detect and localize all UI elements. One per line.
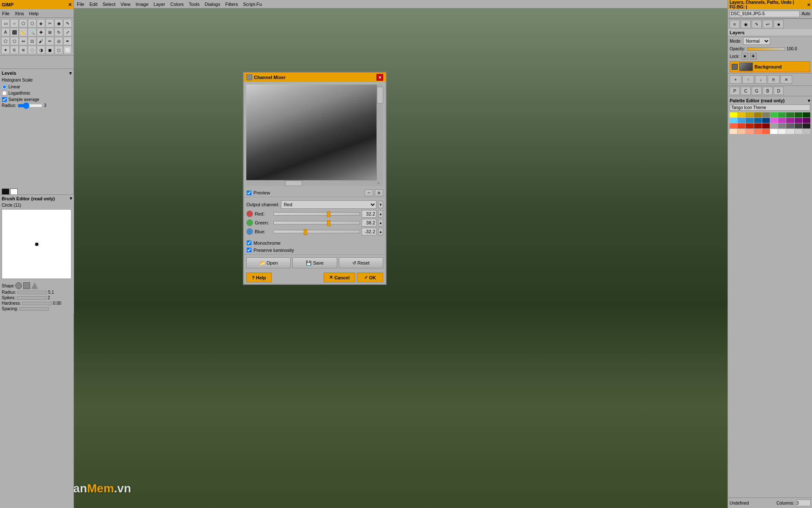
right-close-icon[interactable]: ✕	[807, 3, 810, 7]
palette-color-cell[interactable]	[778, 123, 786, 128]
tab-layers[interactable]: ≡	[730, 20, 740, 28]
palette-color-cell[interactable]	[762, 112, 770, 117]
palette-color-cell[interactable]	[738, 112, 745, 117]
palette-color-cell[interactable]	[778, 112, 786, 117]
reset-button[interactable]: ↺ Reset	[339, 257, 383, 268]
palette-color-cell[interactable]	[754, 129, 762, 134]
dialog-title-bar[interactable]: Channel Mixer ✕	[244, 73, 386, 82]
menu-filters[interactable]: Filters	[224, 1, 239, 7]
radius-slider[interactable]	[17, 104, 43, 107]
palette-color-cell[interactable]	[770, 118, 778, 123]
tool-move[interactable]: ✚	[37, 28, 45, 36]
tool-foreground-select[interactable]: ◉	[54, 19, 63, 27]
preview-zoom-in[interactable]: +	[375, 189, 383, 196]
preview-scrollbar-vertical[interactable]	[376, 85, 383, 180]
palette-color-cell[interactable]	[762, 123, 770, 128]
preview-zoom-out[interactable]: −	[365, 189, 373, 196]
blue-increment-icon[interactable]: ▲	[378, 228, 383, 235]
palette-color-cell[interactable]	[786, 123, 794, 128]
tool-paintbrush[interactable]: 🖌	[37, 37, 45, 45]
menu-image[interactable]: Image	[134, 1, 150, 7]
palette-color-cell[interactable]	[786, 112, 794, 117]
mode-select[interactable]: Normal Dissolve Multiply Screen	[743, 37, 770, 45]
tool-pencil[interactable]: ✏	[46, 37, 54, 45]
lock-alpha-icon[interactable]: ■	[741, 53, 748, 60]
green-value[interactable]: 38.2	[362, 219, 376, 227]
tool-ellipse-select[interactable]: ○	[10, 19, 19, 27]
tool-blend[interactable]: ◻	[54, 46, 63, 54]
columns-input[interactable]	[796, 500, 811, 506]
lock-position-icon[interactable]: ✚	[750, 53, 757, 60]
layer-item-background[interactable]: Background	[730, 61, 810, 72]
red-slider[interactable]	[273, 212, 360, 216]
spacing-slider[interactable]	[19, 307, 49, 311]
palette-color-cell[interactable]	[730, 112, 737, 117]
palette-color-cell[interactable]	[746, 112, 753, 117]
menu-colors[interactable]: Colors	[169, 1, 185, 7]
menu-layer[interactable]: Layer	[153, 1, 167, 7]
output-channel-arrow[interactable]: ▼	[378, 201, 383, 208]
tool-smudge[interactable]: ≋	[19, 46, 27, 54]
tool-measure[interactable]: 📐	[19, 28, 27, 36]
palette-tab1[interactable]: P	[730, 87, 740, 95]
palette-color-cell[interactable]	[803, 118, 810, 123]
tool-blur[interactable]: ◌	[28, 46, 36, 54]
tool-rect-select[interactable]: ▭	[1, 19, 10, 27]
palette-color-cell[interactable]	[738, 129, 745, 134]
dialog-close-button[interactable]: ✕	[376, 74, 383, 81]
menu-left-file[interactable]: File	[1, 11, 11, 16]
palette-color-cell[interactable]	[803, 129, 810, 134]
levels-expand-icon[interactable]: ▾	[69, 71, 72, 76]
menu-tools[interactable]: Tools	[188, 1, 201, 7]
tab-channels[interactable]: ◉	[741, 20, 751, 28]
menu-left-xtns[interactable]: Xtns	[14, 11, 25, 16]
blue-slider[interactable]	[273, 230, 360, 233]
tool-perspective[interactable]: ⬡	[10, 37, 19, 45]
green-increment-icon[interactable]: ▲	[378, 219, 383, 227]
menu-edit[interactable]: Edit	[88, 1, 99, 7]
tool-fill[interactable]: ◼	[46, 46, 54, 54]
layer-duplicate-icon[interactable]: ⎘	[768, 75, 779, 84]
tool-ink[interactable]: ✒	[63, 37, 72, 45]
tool-crop[interactable]: ⊡	[28, 37, 36, 45]
close-icon[interactable]: ✕	[68, 2, 72, 8]
palette-color-cell[interactable]	[795, 129, 802, 134]
output-channel-select[interactable]: Red Green Blue	[281, 200, 376, 209]
palette-color-cell[interactable]	[762, 118, 770, 123]
monochrome-checkbox[interactable]	[247, 240, 252, 246]
tool-scissors[interactable]: ✂	[46, 19, 54, 27]
tool-fuzzy-select[interactable]: ⬡	[28, 19, 36, 27]
palette-color-cell[interactable]	[746, 129, 753, 134]
palette-color-cell[interactable]	[738, 118, 745, 123]
cancel-button[interactable]: ✕ Cancel	[324, 273, 355, 282]
blue-value[interactable]: -32.2	[362, 228, 376, 235]
palette-color-cell[interactable]	[754, 123, 762, 128]
tab-undo[interactable]: ↩	[763, 20, 773, 28]
tab-paths[interactable]: ✎	[752, 20, 762, 28]
preview-scrollbar-horizontal[interactable]	[246, 180, 376, 186]
layer-lower-icon[interactable]: ↓	[755, 75, 767, 84]
shape-diamond[interactable]	[31, 282, 38, 289]
logarithmic-radio[interactable]	[2, 91, 7, 96]
save-button[interactable]: 💾 Save	[292, 257, 337, 268]
menu-dialogs[interactable]: Dialogs	[204, 1, 222, 7]
tool-text[interactable]: A	[1, 28, 10, 36]
brush-expand-icon[interactable]: ▾	[70, 196, 72, 201]
palette-color-cell[interactable]	[730, 129, 737, 134]
hardness-slider[interactable]	[22, 302, 52, 305]
palette-expand-icon[interactable]: ▾	[808, 98, 810, 104]
blue-slider-thumb[interactable]	[304, 229, 307, 235]
shape-square[interactable]	[23, 282, 30, 289]
palette-color-cell[interactable]	[770, 123, 778, 128]
menu-select[interactable]: Select	[101, 1, 117, 7]
tool-dodge[interactable]: ◑	[37, 46, 45, 54]
palette-color-cell[interactable]	[730, 118, 737, 123]
help-button[interactable]: ? Help	[246, 273, 272, 282]
tool-shear[interactable]: ⬠	[1, 37, 10, 45]
red-value[interactable]: 32.2	[362, 210, 376, 218]
menu-script-fu[interactable]: Script-Fu	[242, 1, 263, 7]
tool-heal[interactable]: ✦	[1, 46, 10, 54]
tool-align[interactable]: ⊞	[46, 28, 54, 36]
menu-view[interactable]: View	[119, 1, 132, 7]
palette-color-cell[interactable]	[786, 129, 794, 134]
